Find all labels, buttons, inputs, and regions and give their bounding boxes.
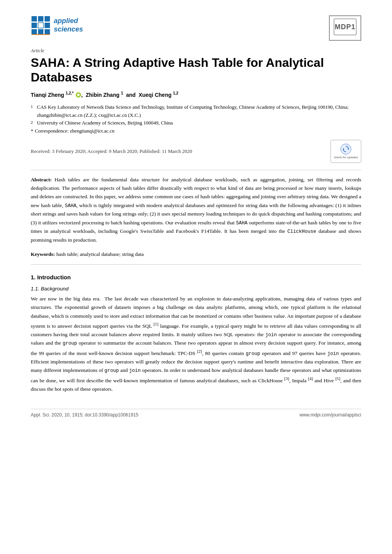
join-code-3: join: [129, 368, 141, 373]
affiliations-block: 1 CAS Key Laboratory of Network Data Sci…: [31, 103, 361, 135]
keywords-section: Keywords: hash table; analytical databas…: [31, 251, 361, 257]
svg-marker-12: [347, 148, 349, 150]
ref-2: [2]: [197, 349, 202, 353]
join-code-2: join: [327, 351, 339, 356]
check-updates-circle-icon: [341, 144, 351, 154]
ref-4: [4]: [308, 376, 313, 381]
svg-rect-0: [32, 16, 37, 22]
divider-1: [31, 170, 361, 170]
section-1-heading: 1. Introduction: [31, 274, 361, 280]
journal-logo-icon: [31, 15, 51, 35]
svg-rect-9: [32, 34, 50, 35]
paper-title: SAHA: A String Adaptive Hash Table for A…: [31, 55, 361, 85]
article-type-label: Article: [31, 48, 361, 54]
affiliation-2: 2 University of Chinese Academy of Scien…: [31, 119, 361, 127]
author-xueqi: Xueqi Cheng: [139, 91, 172, 98]
group-code-3: group: [105, 368, 119, 373]
abstract-label: Abstract:: [31, 177, 52, 182]
join-code: join: [265, 332, 277, 338]
check-for-updates-badge[interactable]: check for updates: [331, 140, 361, 163]
affiliation-1-text: CAS Key Laboratory of Network Data Scien…: [37, 103, 361, 119]
journal-logo: applied sciences: [31, 15, 83, 35]
svg-rect-7: [38, 29, 43, 35]
saha-code-2: SAHA: [236, 221, 247, 226]
svg-rect-5: [45, 23, 50, 28]
divider-2: [31, 264, 361, 265]
abstract-section: Abstract: Hash tables are the fundamenta…: [31, 176, 361, 244]
svg-text:MDP1: MDP1: [335, 23, 355, 31]
ref-5: [5]: [336, 376, 341, 381]
correspondence-text: Correspondence: zhengtianqi@ict.ac.cn: [35, 127, 115, 135]
subsection-1-1-heading: 1.1. Background: [31, 286, 361, 292]
section-1-1-paragraph: We are now in the big data era. The last…: [31, 295, 361, 393]
ref-3: [3]: [284, 376, 289, 381]
author-tianqi-sup: 1,2,*: [66, 91, 74, 95]
page-footer: Appl. Sci. 2020, 10, 1915; doi:10.3390/a…: [31, 409, 361, 418]
keywords-label: Keywords:: [31, 251, 55, 257]
ref-1: [1]: [153, 322, 158, 326]
authors-line: Tianqi Zheng 1,2,* , Zhibin Zhang 1 and …: [31, 91, 361, 98]
clickhouse-code-1: ClickHouse: [287, 229, 316, 234]
svg-rect-4: [38, 23, 43, 28]
svg-rect-2: [45, 16, 50, 22]
check-for-updates-label: check for updates: [334, 156, 358, 159]
keywords-values: hash table; analytical database; string …: [56, 251, 144, 257]
author-zhibin: Zhibin Zhang: [86, 91, 120, 98]
orcid-icon: [76, 92, 81, 98]
abstract-body: Hash tables are the fundamental data str…: [31, 177, 361, 243]
footer-doi: Appl. Sci. 2020, 10, 1915; doi:10.3390/a…: [31, 412, 138, 418]
author-zhibin-sup: 1: [121, 91, 123, 95]
svg-marker-13: [343, 148, 344, 150]
saha-code-1: SAHA: [65, 203, 76, 209]
svg-rect-3: [32, 23, 37, 28]
affiliation-1: 1 CAS Key Laboratory of Network Data Sci…: [31, 103, 361, 119]
footer-url: www.mdpi.com/journal/applsci: [299, 412, 361, 418]
author-tianqi: Tianqi Zheng: [31, 91, 64, 98]
author-xueqi-sup: 1,2: [173, 91, 178, 95]
abstract-text: Abstract: Hash tables are the fundamenta…: [31, 176, 361, 244]
correspondence-row: * Correspondence: zhengtianqi@ict.ac.cn: [31, 127, 361, 135]
svg-rect-6: [32, 29, 37, 35]
dates-and-badge-row: Received: 3 February 2020; Accepted: 9 M…: [31, 140, 361, 163]
svg-rect-8: [45, 29, 50, 35]
affiliation-2-text: University of Chinese Academy of Science…: [37, 119, 173, 127]
journal-name-text: applied sciences: [54, 17, 83, 33]
publication-dates: Received: 3 February 2020; Accepted: 9 M…: [31, 148, 192, 154]
group-code: group: [63, 341, 77, 346]
svg-rect-1: [38, 16, 43, 22]
group-code-2: group: [246, 351, 260, 356]
page-header: applied sciences MDP1: [31, 15, 361, 41]
mdpi-logo: MDP1: [329, 15, 361, 41]
